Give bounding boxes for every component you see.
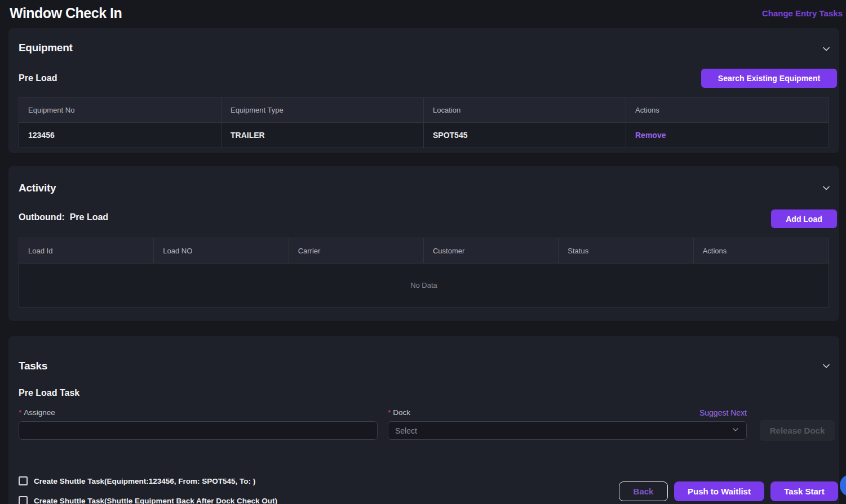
dock-select[interactable]: Select	[388, 421, 747, 440]
column-header: Status	[559, 238, 693, 263]
loads-table-header: Load Id Load NO Carrier Customer Status …	[19, 238, 829, 264]
create-shuttle-task-checkbox[interactable]	[19, 476, 28, 485]
create-shuttle-back-checkbox[interactable]	[19, 496, 28, 504]
column-header: Load Id	[19, 238, 154, 263]
equipment-subtitle: Pre Load	[19, 73, 57, 83]
equipment-no-cell: 123456	[19, 123, 222, 148]
equipment-table-header: Equipment No Equipment Type Location Act…	[19, 97, 829, 123]
shuttle-back-checkbox-row: Create Shuttle Task(Shuttle Equipment Ba…	[19, 496, 277, 504]
floating-action-button[interactable]	[840, 474, 846, 497]
search-existing-equipment-button[interactable]: Search Existing Equipment	[701, 69, 837, 88]
tasks-collapse-chevron-down-icon[interactable]	[821, 361, 831, 371]
column-header: Customer	[424, 238, 559, 263]
column-header: Load NO	[154, 238, 289, 263]
tasks-section-title: Tasks	[19, 360, 47, 372]
assignee-input[interactable]	[19, 421, 378, 440]
column-header: Actions	[694, 238, 829, 263]
checkbox-label: Create Shuttle Task(Shuttle Equipment Ba…	[34, 497, 277, 504]
equipment-collapse-chevron-down-icon[interactable]	[821, 44, 831, 54]
activity-subtitle: Outbound: Pre Load	[19, 212, 108, 222]
suggest-next-link[interactable]: Suggest Next	[388, 408, 747, 417]
equipment-type-cell: TRAILER	[222, 123, 424, 148]
equipment-table: Equipment No Equipment Type Location Act…	[19, 97, 829, 148]
tasks-section: Tasks Pre Load Task *Assignee *Dock Sugg…	[8, 336, 839, 504]
remove-equipment-link[interactable]: Remove	[635, 131, 666, 140]
no-data-placeholder: No Data	[19, 264, 829, 307]
window-check-in-page: { "page": { "title": "Window Check In", …	[0, 0, 846, 504]
column-header: Equipment Type	[222, 97, 424, 122]
dock-select-placeholder: Select	[395, 426, 417, 435]
activity-section: Activity Outbound: Pre Load Add Load Loa…	[8, 166, 839, 321]
top-bar: Window Check In Change Entry Tasks	[0, 0, 846, 28]
push-to-waitlist-button[interactable]: Push to Waitlist	[674, 481, 764, 501]
equipment-section: Equipment Pre Load Search Existing Equip…	[8, 28, 839, 153]
equipment-section-title: Equipment	[19, 42, 72, 54]
task-start-button[interactable]: Task Start	[770, 481, 838, 501]
column-header: Equipment No	[19, 97, 222, 122]
required-asterisk: *	[19, 408, 21, 417]
tasks-subtitle: Pre Load Task	[19, 388, 79, 398]
change-entry-tasks-link[interactable]: Change Entry Tasks	[762, 8, 843, 18]
location-cell: SPOT545	[424, 123, 626, 148]
checkbox-label: Create Shuttle Task(Equipment:123456, Fr…	[34, 477, 255, 485]
assignee-label: *Assignee	[19, 408, 55, 417]
page-title: Window Check In	[10, 5, 122, 21]
shuttle-task-checkbox-row: Create Shuttle Task(Equipment:123456, Fr…	[19, 476, 255, 485]
column-header: Actions	[626, 97, 829, 122]
back-button[interactable]: Back	[619, 481, 668, 501]
column-header: Location	[424, 97, 626, 122]
table-row: 123456 TRAILER SPOT545 Remove	[19, 123, 829, 148]
column-header: Carrier	[289, 238, 424, 263]
loads-table: Load Id Load NO Carrier Customer Status …	[19, 238, 829, 307]
activity-section-title: Activity	[19, 182, 56, 194]
activity-collapse-chevron-down-icon[interactable]	[821, 183, 831, 193]
release-dock-button[interactable]: Release Dock	[760, 420, 835, 441]
select-chevron-down-icon	[732, 426, 739, 436]
add-load-button[interactable]: Add Load	[771, 209, 837, 228]
